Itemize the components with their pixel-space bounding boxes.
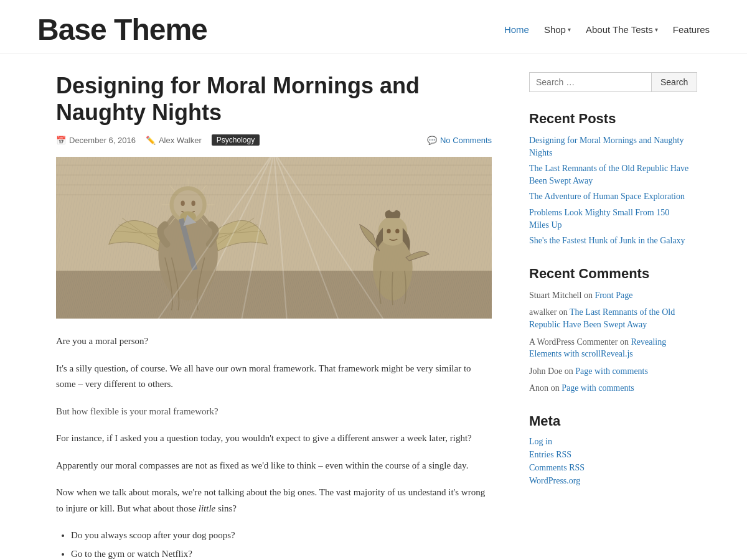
post-paragraph-4: For instance, if I asked you a question … bbox=[56, 431, 492, 447]
author-icon: ✏️ bbox=[146, 136, 156, 145]
calendar-icon: 📅 bbox=[56, 136, 66, 145]
list-item: Problems Look Mighty Small From 150 Mile… bbox=[529, 207, 691, 231]
sidebar: Search Recent Posts Designing for Moral … bbox=[529, 72, 691, 560]
post-comments-link[interactable]: No Comments bbox=[440, 136, 492, 145]
content-wrapper: Designing for Moral Mornings and Naughty… bbox=[19, 54, 728, 560]
comment-link-5[interactable]: Page with comments bbox=[561, 383, 634, 393]
recent-post-link-2[interactable]: The Last Remnants of the Old Republic Ha… bbox=[529, 164, 688, 185]
recent-comments-widget: Recent Comments Stuart Mitchell on Front… bbox=[529, 266, 691, 394]
svg-point-29 bbox=[387, 229, 390, 233]
search-button[interactable]: Search bbox=[652, 72, 697, 92]
list-item-2: Go to the gym or watch Netflix? bbox=[71, 546, 492, 560]
search-widget: Search bbox=[529, 72, 691, 92]
post-paragraph-3: But how flexible is your moral framework… bbox=[56, 404, 492, 420]
comment-link-1[interactable]: Front Page bbox=[594, 291, 632, 300]
main-content: Designing for Moral Mornings and Naughty… bbox=[56, 72, 492, 560]
svg-point-16 bbox=[181, 201, 184, 206]
svg-rect-5 bbox=[56, 271, 492, 319]
shop-chevron-icon: ▾ bbox=[568, 26, 571, 33]
post-body: Are you a moral person? It's a silly que… bbox=[56, 334, 492, 560]
recent-comments-list: Stuart Mitchell on Front Page awalker on… bbox=[529, 289, 691, 394]
list-item: Entries RSS bbox=[529, 450, 691, 460]
list-item: WordPress.org bbox=[529, 476, 691, 486]
post-author-item: ✏️ Alex Walker bbox=[146, 136, 202, 145]
list-item: Designing for Moral Mornings and Naughty… bbox=[529, 134, 691, 159]
nav-home[interactable]: Home bbox=[504, 24, 529, 35]
list-item: awalker on The Last Remnants of the Old … bbox=[529, 306, 691, 330]
list-item: Anon on Page with comments bbox=[529, 382, 691, 394]
svg-point-30 bbox=[395, 229, 399, 233]
list-item: Stuart Mitchell on Front Page bbox=[529, 289, 691, 302]
recent-comments-heading: Recent Comments bbox=[529, 266, 691, 282]
recent-post-link-5[interactable]: She's the Fastest Hunk of Junk in the Ga… bbox=[529, 236, 685, 245]
list-item: John Doe on Page with comments bbox=[529, 365, 691, 378]
recent-post-link-4[interactable]: Problems Look Mighty Small From 150 Mile… bbox=[529, 208, 669, 230]
meta-link-2[interactable]: Entries RSS bbox=[529, 450, 571, 459]
recent-post-link-3[interactable]: The Adventure of Human Space Exploration bbox=[529, 192, 685, 201]
italic-word: little bbox=[199, 503, 216, 513]
about-chevron-icon: ▾ bbox=[655, 26, 658, 33]
site-header: Base Theme Home Shop ▾ About The Tests ▾… bbox=[0, 0, 747, 54]
search-input[interactable] bbox=[529, 72, 652, 92]
main-nav: Home Shop ▾ About The Tests ▾ Features bbox=[504, 24, 710, 35]
comment-author-1: Stuart Mitchell bbox=[529, 291, 581, 300]
comment-author-4: John Doe bbox=[529, 366, 562, 376]
list-item-1: Do you always scoop after your dog poops… bbox=[71, 528, 492, 543]
nav-shop[interactable]: Shop ▾ bbox=[544, 24, 571, 35]
recent-posts-heading: Recent Posts bbox=[529, 111, 691, 127]
post-date: December 6, 2016 bbox=[69, 136, 136, 145]
post-paragraph-1: Are you a moral person? bbox=[56, 334, 492, 350]
nav-features[interactable]: Features bbox=[673, 24, 710, 35]
post-article: Designing for Moral Mornings and Naughty… bbox=[56, 72, 492, 560]
comment-author-2: awalker bbox=[529, 307, 557, 317]
post-paragraph-2: It's a silly question, of course. We all… bbox=[56, 361, 492, 393]
site-title: Base Theme bbox=[37, 12, 207, 47]
post-category[interactable]: Psychology bbox=[212, 134, 260, 146]
meta-widget: Meta Log in Entries RSS Comments RSS Wor… bbox=[529, 413, 691, 486]
meta-link-4[interactable]: WordPress.org bbox=[529, 476, 580, 485]
comment-author-5: Anon bbox=[529, 383, 548, 393]
meta-heading: Meta bbox=[529, 413, 691, 429]
recent-posts-widget: Recent Posts Designing for Moral Morning… bbox=[529, 111, 691, 247]
post-title: Designing for Moral Mornings and Naughty… bbox=[56, 72, 492, 126]
comments-icon: 💬 bbox=[427, 136, 437, 145]
recent-posts-list: Designing for Moral Mornings and Naughty… bbox=[529, 134, 691, 247]
list-item: The Adventure of Human Space Exploration bbox=[529, 190, 691, 203]
meta-link-1[interactable]: Log in bbox=[529, 437, 552, 446]
svg-point-17 bbox=[191, 201, 195, 206]
recent-post-link-1[interactable]: Designing for Moral Mornings and Naughty… bbox=[529, 136, 684, 157]
post-hero-image bbox=[56, 157, 492, 319]
comment-link-4[interactable]: Page with comments bbox=[575, 366, 648, 376]
list-item: Comments RSS bbox=[529, 463, 691, 473]
meta-link-3[interactable]: Comments RSS bbox=[529, 463, 585, 472]
nav-about-tests[interactable]: About The Tests ▾ bbox=[586, 24, 658, 35]
post-meta: 📅 December 6, 2016 ✏️ Alex Walker Psycho… bbox=[56, 134, 492, 146]
meta-list: Log in Entries RSS Comments RSS WordPres… bbox=[529, 437, 691, 486]
post-date-item: 📅 December 6, 2016 bbox=[56, 136, 136, 145]
list-item: The Last Remnants of the Old Republic Ha… bbox=[529, 162, 691, 187]
post-paragraph-5: Apparently our moral compasses are not a… bbox=[56, 458, 492, 474]
list-item: A WordPress Commenter on Revealing Eleme… bbox=[529, 336, 691, 360]
post-author: Alex Walker bbox=[159, 136, 202, 145]
post-comments-item: 💬 No Comments bbox=[427, 136, 492, 145]
post-paragraph-6: Now when we talk about morals, we're not… bbox=[56, 485, 492, 516]
list-item: She's the Fastest Hunk of Junk in the Ga… bbox=[529, 235, 691, 247]
list-item: Log in bbox=[529, 437, 691, 447]
comment-author-3: A WordPress Commenter bbox=[529, 337, 618, 347]
post-list: Do you always scoop after your dog poops… bbox=[71, 528, 492, 560]
